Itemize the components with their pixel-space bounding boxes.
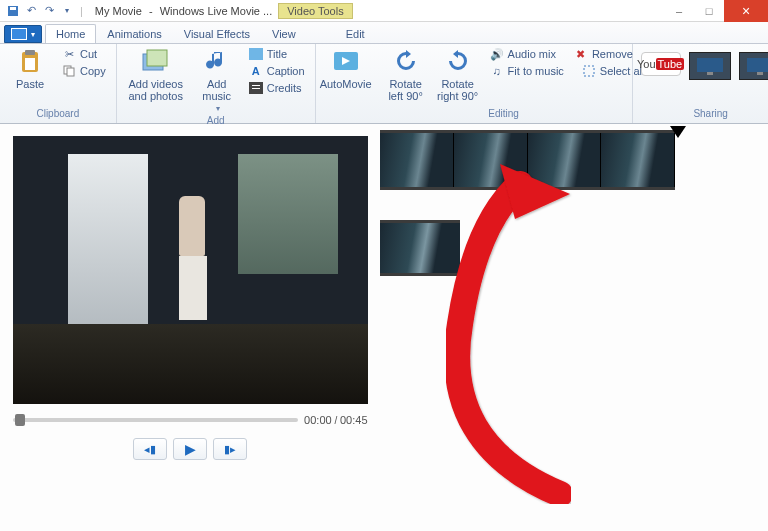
svg-rect-8 bbox=[147, 50, 167, 66]
rotate-right-label: Rotate right 90° bbox=[436, 78, 480, 102]
preview-frame bbox=[13, 136, 368, 404]
file-tab[interactable]: ▾ bbox=[4, 25, 42, 43]
group-label-blank bbox=[322, 108, 370, 121]
timeline-clip-2[interactable] bbox=[380, 220, 460, 276]
play-icon: ▶ bbox=[185, 441, 196, 457]
seek-slider[interactable] bbox=[13, 418, 299, 422]
play-button[interactable]: ▶ bbox=[173, 438, 207, 460]
rotate-left-icon bbox=[391, 48, 421, 76]
playback-controls: ◂▮ ▶ ▮▸ bbox=[133, 438, 247, 460]
tab-visual-effects[interactable]: Visual Effects bbox=[173, 24, 261, 43]
share-target-1[interactable] bbox=[689, 52, 731, 80]
credits-button[interactable]: Credits bbox=[245, 80, 309, 96]
next-frame-button[interactable]: ▮▸ bbox=[213, 438, 247, 460]
time-total: 00:45 bbox=[340, 414, 368, 426]
svg-rect-4 bbox=[25, 58, 35, 70]
fit-to-music-icon: ♫ bbox=[490, 64, 504, 78]
caption-label: Caption bbox=[267, 65, 305, 77]
caption-icon: A bbox=[249, 64, 263, 78]
tab-view[interactable]: View bbox=[261, 24, 307, 43]
svg-rect-11 bbox=[252, 85, 260, 86]
redo-icon[interactable]: ↷ bbox=[42, 4, 56, 18]
timeline-pane[interactable] bbox=[380, 124, 768, 531]
undo-icon[interactable]: ↶ bbox=[24, 4, 38, 18]
credits-label: Credits bbox=[267, 82, 302, 94]
window-title-project: My Movie bbox=[95, 5, 142, 17]
separator: | bbox=[80, 5, 83, 17]
video-preview[interactable] bbox=[13, 136, 368, 404]
rotate-right-button[interactable]: Rotate right 90° bbox=[434, 46, 482, 104]
add-music-icon bbox=[202, 48, 232, 76]
paste-button[interactable]: Paste bbox=[6, 46, 54, 92]
tab-home[interactable]: Home bbox=[45, 24, 96, 43]
rotate-left-button[interactable]: Rotate left 90° bbox=[382, 46, 430, 104]
svg-rect-1 bbox=[10, 7, 16, 10]
qat-dropdown-icon[interactable]: ▾ bbox=[60, 4, 74, 18]
share-target-2[interactable] bbox=[739, 52, 768, 80]
prev-frame-button[interactable]: ◂▮ bbox=[133, 438, 167, 460]
save-icon[interactable] bbox=[6, 4, 20, 18]
audio-mix-button[interactable]: 🔊Audio mix bbox=[486, 46, 560, 62]
svg-rect-16 bbox=[697, 58, 723, 72]
add-videos-icon bbox=[141, 48, 171, 76]
youtube-icon: YouTube bbox=[637, 58, 684, 70]
copy-button[interactable]: Copy bbox=[58, 63, 110, 79]
close-button[interactable]: × bbox=[724, 0, 768, 22]
prev-icon: ◂▮ bbox=[144, 443, 156, 456]
clip-frame bbox=[380, 133, 454, 187]
copy-label: Copy bbox=[80, 65, 106, 77]
group-automovie: AutoMovie bbox=[316, 44, 376, 123]
group-clipboard: Paste ✂Cut Copy Clipboard bbox=[0, 44, 117, 123]
clip-frame bbox=[454, 133, 528, 187]
minimize-button[interactable]: – bbox=[664, 0, 694, 22]
automovie-icon bbox=[331, 48, 361, 76]
svg-rect-19 bbox=[757, 72, 763, 75]
paste-icon bbox=[15, 48, 45, 76]
context-tab-video-tools[interactable]: Video Tools bbox=[278, 3, 352, 19]
audio-mix-icon: 🔊 bbox=[490, 47, 504, 61]
svg-rect-3 bbox=[25, 50, 35, 55]
tab-animations[interactable]: Animations bbox=[96, 24, 172, 43]
remove-label: Remove bbox=[592, 48, 633, 60]
caption-button[interactable]: ACaption bbox=[245, 63, 309, 79]
credits-icon bbox=[249, 81, 263, 95]
minimize-icon: – bbox=[676, 5, 682, 17]
group-add: Add videos and photos Add music Title AC… bbox=[117, 44, 316, 123]
window-title-sep: - bbox=[146, 5, 156, 17]
maximize-button[interactable]: □ bbox=[694, 0, 724, 22]
title-bar: ↶ ↷ ▾ | My Movie - Windows Live Movie ..… bbox=[0, 0, 768, 22]
clip-frame bbox=[601, 133, 675, 187]
monitor-icon bbox=[745, 56, 768, 76]
workspace: 00:00 / 00:45 ◂▮ ▶ ▮▸ bbox=[0, 124, 768, 531]
annotation-arrow bbox=[400, 164, 660, 504]
add-videos-button[interactable]: Add videos and photos bbox=[123, 46, 189, 104]
chevron-down-icon: ▾ bbox=[31, 30, 35, 39]
title-icon bbox=[249, 47, 263, 61]
close-icon: × bbox=[742, 3, 750, 19]
cut-button[interactable]: ✂Cut bbox=[58, 46, 110, 62]
window-title-app: Windows Live Movie ... bbox=[160, 5, 272, 17]
timeline-clip-1[interactable] bbox=[380, 130, 675, 190]
paste-label: Paste bbox=[16, 78, 44, 90]
monitor-icon bbox=[695, 56, 725, 76]
tab-edit[interactable]: Edit bbox=[335, 24, 376, 43]
youtube-button[interactable]: YouTube bbox=[641, 52, 681, 76]
group-label-clipboard: Clipboard bbox=[6, 108, 110, 121]
automovie-button[interactable]: AutoMovie bbox=[322, 46, 370, 92]
add-music-button[interactable]: Add music bbox=[193, 46, 241, 115]
title-label: Title bbox=[267, 48, 287, 60]
time-display: 00:00 / 00:45 bbox=[304, 414, 367, 426]
svg-rect-6 bbox=[67, 68, 74, 76]
rotate-right-icon bbox=[443, 48, 473, 76]
group-label-sharing: Sharing bbox=[639, 108, 768, 121]
remove-button[interactable]: ✖Remove bbox=[570, 46, 637, 62]
cut-label: Cut bbox=[80, 48, 97, 60]
seek-thumb[interactable] bbox=[15, 414, 25, 426]
title-button[interactable]: Title bbox=[245, 46, 309, 62]
svg-rect-12 bbox=[252, 88, 260, 89]
quick-access-toolbar: ↶ ↷ ▾ | bbox=[0, 4, 91, 18]
svg-rect-18 bbox=[747, 58, 768, 72]
playhead-icon[interactable] bbox=[670, 126, 686, 138]
fit-to-music-button[interactable]: ♫Fit to music bbox=[486, 63, 568, 79]
automovie-label: AutoMovie bbox=[320, 78, 372, 90]
